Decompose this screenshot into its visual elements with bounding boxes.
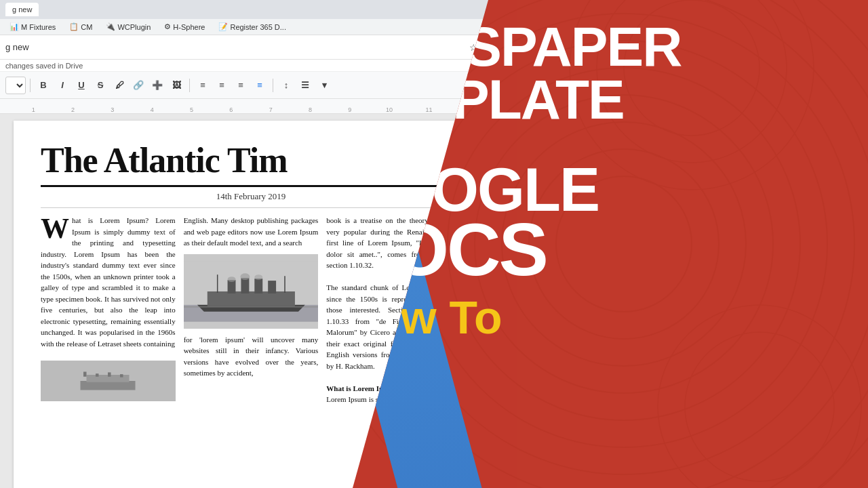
font-select[interactable] <box>5 77 26 94</box>
align-left-button[interactable]: ≡ <box>194 77 212 94</box>
docs-title-bar: g new ☆ 📁 <box>0 35 502 60</box>
bookmark-icon: 📊 <box>9 22 19 31</box>
newspaper-title: The Atlantic Tim <box>41 141 461 187</box>
column-2: English. Many desktop publishing package… <box>184 215 319 405</box>
svg-point-13 <box>227 277 235 282</box>
bookmark-bar: 📊 M Fixtures 📋 CM 🔌 WCPlugin ⚙ H-Sphere … <box>0 19 502 35</box>
bookmark-m-fixtures[interactable]: 📊 M Fixtures <box>5 21 60 33</box>
svg-rect-2 <box>83 371 87 376</box>
bookmark-icon: 📋 <box>69 22 79 31</box>
highlight-button[interactable]: 🖊 <box>111 77 128 94</box>
svg-point-15 <box>254 274 262 280</box>
bookmark-icon: 📝 <box>218 22 228 31</box>
bookmark-icon: 🔌 <box>106 22 115 31</box>
chevron-down-icon[interactable]: ▾ <box>315 77 333 94</box>
align-center-button[interactable]: ≡ <box>213 77 231 94</box>
ruler: 1 2 3 4 5 6 7 8 9 10 11 12 <box>0 99 502 114</box>
bookmark-wcplugin[interactable]: 🔌 WCPlugin <box>102 21 155 33</box>
ruler-numbers: 1 2 3 4 5 6 7 8 9 10 11 12 <box>14 106 488 113</box>
svg-point-14 <box>240 273 250 280</box>
bold-button[interactable]: B <box>35 77 52 94</box>
col2-top-text: English. Many desktop publishing package… <box>184 216 319 247</box>
list-button[interactable]: ☰ <box>296 77 314 94</box>
format-toolbar: B I U S 🖊 🔗 ➕ 🖼 ≡ ≡ ≡ ≡ ↕ ☰ ▾ <box>0 72 502 99</box>
svg-rect-11 <box>254 279 262 293</box>
align-right-button[interactable]: ≡ <box>232 77 250 94</box>
save-status: changes saved in Drive <box>0 60 502 72</box>
svg-rect-0 <box>81 381 136 390</box>
dropcap: W <box>41 215 72 241</box>
ship-image <box>184 254 319 329</box>
newspaper-date: 14th February 2019 <box>41 191 461 208</box>
column-1: What is Lorem Ipsum? Lorem Ipsum is simp… <box>41 215 176 405</box>
browser-tab-bar: g new <box>0 0 502 19</box>
insert-button[interactable]: ➕ <box>149 77 166 94</box>
italic-button[interactable]: I <box>54 77 71 94</box>
link-button[interactable]: 🔗 <box>130 77 147 94</box>
browser-tab[interactable]: g new <box>5 3 39 16</box>
bookmark-hsphere[interactable]: ⚙ H-Sphere <box>160 21 209 33</box>
line-spacing-button[interactable]: ↕ <box>277 77 295 94</box>
svg-rect-4 <box>108 372 111 376</box>
doc-title[interactable]: g new <box>5 42 464 52</box>
bookmark-cm[interactable]: 📋 CM <box>65 21 96 33</box>
bookmark-icon: ⚙ <box>164 22 171 31</box>
svg-rect-5 <box>120 374 123 378</box>
bookmark-register365[interactable]: 📝 Register 365 D... <box>214 21 290 33</box>
align-justify-button[interactable]: ≡ <box>251 77 269 94</box>
svg-rect-12 <box>268 281 276 293</box>
image-button[interactable]: 🖼 <box>167 77 185 94</box>
svg-rect-10 <box>241 278 249 293</box>
col2-bottom-text: for 'lorem ipsum' will uncover many webs… <box>184 336 319 378</box>
strikethrough-button[interactable]: S <box>92 77 109 94</box>
svg-rect-8 <box>207 291 294 306</box>
svg-rect-3 <box>96 373 99 377</box>
underline-button[interactable]: U <box>73 77 90 94</box>
